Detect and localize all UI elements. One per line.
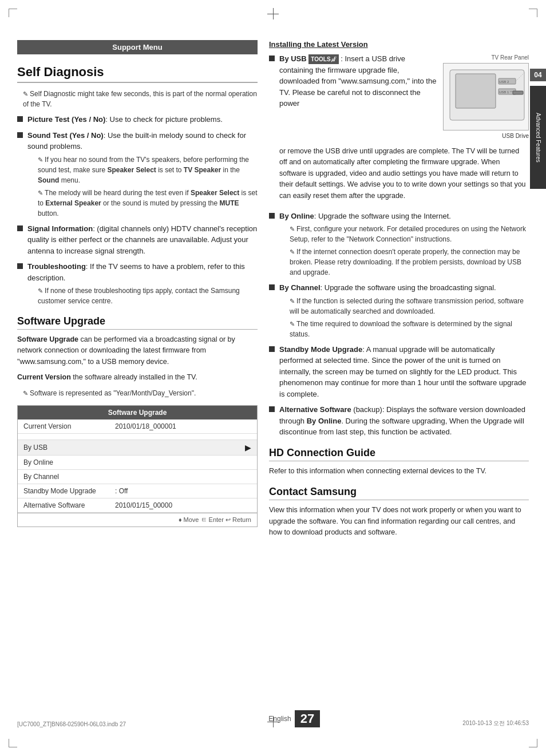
support-menu-header: Support Menu — [17, 40, 258, 54]
software-upgrade-table: Software Upgrade Current Version 2010/01… — [17, 405, 258, 527]
bullet-square-2 — [17, 132, 23, 138]
table-footer-text: ♦ Move ㅌ Enter ↩ Return — [179, 516, 251, 524]
date-info-text: 2010-10-13 오전 10:46:53 — [462, 720, 529, 726]
bullet-square-4 — [17, 263, 23, 269]
col-alt-software-value: 2010/01/15_00000 — [115, 501, 251, 509]
sound-test-label: Sound Test (Yes / No) — [27, 131, 104, 140]
current-version-label: Current Version the software already ins… — [17, 372, 258, 383]
bullet-square-3 — [17, 225, 23, 231]
by-channel-note-1: If the function is selected during the s… — [290, 296, 529, 316]
table-row-alt-software[interactable]: Alternative Software 2010/01/15_00000 — [18, 498, 257, 513]
standby-mode-label: Standby Mode Upgrade — [279, 345, 362, 354]
software-version-note: Software is represented as "Year/Month/D… — [17, 388, 258, 398]
side-tab-label: Advanced Features — [535, 113, 542, 163]
contact-samsung-section: Contact Samsung View this information wh… — [269, 486, 529, 538]
troubleshooting-item: Troubleshooting: If the TV seems to have… — [17, 261, 258, 306]
picture-test-content: Picture Test (Yes / No): Use to check fo… — [27, 114, 258, 125]
by-online-content: By Online: Upgrade the software using th… — [279, 211, 529, 278]
corner-mark-tl — [9, 9, 17, 17]
table-row-current-version: Current Version 2010/01/18_000001 — [18, 419, 257, 434]
crosshair-bottom — [267, 716, 279, 727]
table-footer: ♦ Move ㅌ Enter ↩ Return — [18, 513, 257, 527]
installing-latest-section: Installing the Latest Version TV Rear Pa… — [269, 40, 529, 438]
page-number-box: 27 — [295, 710, 320, 727]
troubleshooting-content: Troubleshooting: If the TV seems to have… — [27, 261, 258, 306]
contact-samsung-text: View this information when your TV does … — [269, 505, 529, 538]
picture-test-text: : Use to check for picture problems. — [105, 115, 222, 124]
troubleshooting-note-1: If none of these troubleshooting tips ap… — [38, 286, 258, 306]
sound-test-item: Sound Test (Yes / No): Use the built-in … — [17, 130, 258, 219]
corner-mark-br — [529, 739, 537, 747]
sound-test-note-1: If you hear no sound from the TV's speak… — [38, 155, 258, 185]
by-usb-continue-text: or remove the USB drive until upgrades a… — [279, 146, 529, 201]
signal-info-content: Signal Information: (digital channels on… — [27, 223, 258, 257]
standby-mode-item: Standby Mode Upgrade: A manual upgrade w… — [269, 344, 529, 400]
by-online-note-2: If the internet connection doesn't opera… — [290, 247, 529, 278]
usb-drive-label: USB Drive — [443, 132, 529, 140]
self-diagnosis-intro: Self Diagnostic might take few seconds, … — [17, 89, 258, 109]
table-row-spacer — [18, 434, 257, 440]
by-channel-label: By Channel — [279, 283, 321, 292]
alternative-software-item: Alternative Software (backup): Displays … — [269, 404, 529, 438]
standby-mode-content: Standby Mode Upgrade: A manual upgrade w… — [279, 344, 529, 400]
alternative-software-content: Alternative Software (backup): Displays … — [279, 404, 529, 438]
svg-rect-1 — [456, 74, 496, 108]
by-online-text: : Upgrade the software using the Interne… — [314, 212, 451, 220]
signal-info-item: Signal Information: (digital channels on… — [17, 223, 258, 257]
by-online-label: By Online — [279, 212, 314, 220]
tv-rear-label: TV Rear Panel — [443, 53, 529, 62]
contact-samsung-title: Contact Samsung — [269, 486, 529, 500]
corner-mark-bl — [9, 739, 17, 747]
col-current-version-value: 2010/01/18_000001 — [115, 422, 251, 430]
by-channel-note-2: The time required to download the softwa… — [290, 319, 529, 339]
software-upgrade-intro: Software Upgrade can be performed via a … — [17, 334, 258, 367]
svg-text:USB 1: USB 1 — [499, 90, 509, 94]
bullet-square — [17, 116, 23, 122]
file-info-text: [UC7000_ZT]BN68-02590H-06L03.indb 27 — [17, 721, 126, 727]
crosshair-top — [267, 8, 279, 19]
bullet-square-channel — [269, 284, 275, 290]
main-content: Support Menu Self Diagnosis Self Diagnos… — [0, 23, 546, 704]
tv-diagram-svg: USB 2 USB 1 — [447, 67, 527, 124]
page: Advanced Features 04 Support Menu Self D… — [0, 0, 546, 756]
bullet-square-online — [269, 213, 275, 219]
col-by-online-label: By Online — [23, 458, 115, 466]
file-info-left: [UC7000_ZT]BN68-02590H-06L03.indb 27 — [17, 721, 126, 727]
by-usb-content: TV Rear Panel USB 2 — [279, 53, 529, 206]
col-by-channel-label: By Channel — [23, 473, 115, 481]
self-diagnosis-title: Self Diagnosis — [17, 65, 258, 83]
side-tab-number: 04 — [530, 69, 546, 81]
by-online-note-1: First, configure your network. For detai… — [290, 224, 529, 244]
col-by-usb-label: By USB — [23, 444, 115, 452]
installing-latest-title: Installing the Latest Version — [269, 40, 529, 49]
table-header: Software Upgrade — [18, 406, 257, 419]
hd-connection-section: HD Connection Guide Refer to this inform… — [269, 447, 529, 477]
signal-info-label: Signal Information — [27, 224, 93, 233]
by-online-item: By Online: Upgrade the software using th… — [269, 211, 529, 278]
by-usb-item: TV Rear Panel USB 2 — [269, 53, 529, 206]
col-current-version-label: Current Version — [23, 422, 115, 430]
by-usb-label: By USB — [279, 54, 307, 63]
by-usb-arrow-icon: ▶ — [245, 443, 251, 452]
table-row-by-usb[interactable]: By USB ▶ — [18, 440, 257, 456]
troubleshooting-label: Troubleshooting — [27, 262, 86, 271]
hd-connection-text: Refer to this information when connectin… — [269, 466, 529, 477]
table-row-by-channel[interactable]: By Channel — [18, 470, 257, 484]
table-row-by-online[interactable]: By Online — [18, 456, 257, 470]
col-alt-software-label: Alternative Software — [23, 501, 115, 509]
software-upgrade-title: Software Upgrade — [17, 315, 258, 330]
col-standby-label: Standby Mode Upgrade — [23, 487, 115, 495]
by-channel-content: By Channel: Upgrade the software using t… — [279, 282, 529, 339]
tv-diagram: USB 2 USB 1 — [443, 63, 529, 130]
col-standby-value: : Off — [115, 487, 251, 495]
right-column: Installing the Latest Version TV Rear Pa… — [269, 40, 529, 693]
svg-text:USB 2: USB 2 — [499, 80, 509, 84]
sound-test-content: Sound Test (Yes / No): Use the built-in … — [27, 130, 258, 219]
self-diagnosis-section: Self Diagnosis Self Diagnostic might tak… — [17, 65, 258, 306]
left-column: Support Menu Self Diagnosis Self Diagnos… — [17, 40, 258, 693]
corner-mark-tr — [529, 9, 537, 17]
alternative-software-label: Alternative Software — [279, 405, 351, 414]
picture-test-label: Picture Test (Yes / No) — [27, 115, 105, 124]
table-row-standby[interactable]: Standby Mode Upgrade : Off — [18, 484, 257, 498]
bullet-square-alt — [269, 406, 275, 412]
